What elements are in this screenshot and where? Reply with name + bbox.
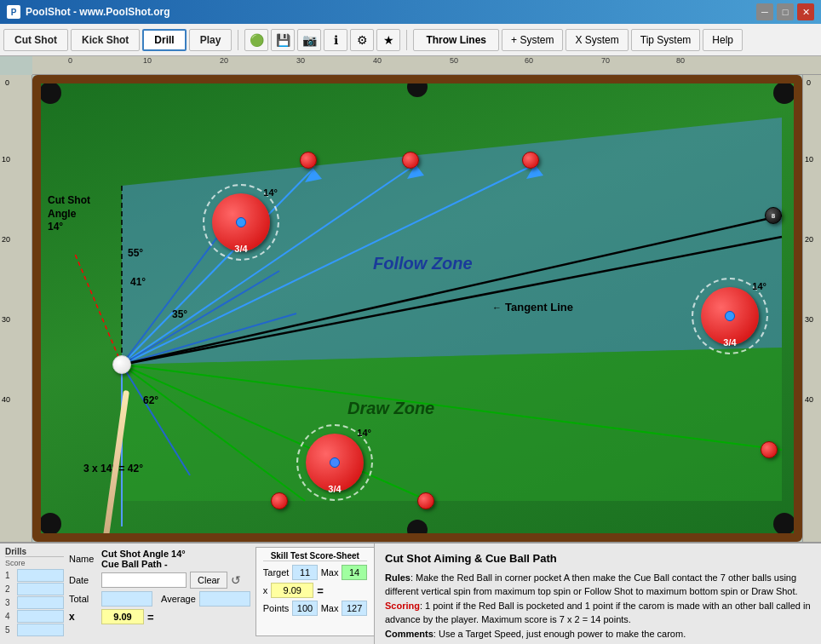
skill-x-label: x <box>263 585 268 595</box>
scoring-text: : 1 point if the Red Ball is pocketed an… <box>385 601 811 625</box>
skill-points-row: Points 100 Max 127 <box>263 601 367 616</box>
ruler-mark-60: 60 <box>525 56 533 65</box>
skill-points-value: 100 <box>292 601 317 616</box>
close-button[interactable]: ✕ <box>797 3 814 20</box>
score-row-2: 2 <box>5 583 64 595</box>
score-row-4: 4 <box>5 610 64 623</box>
name-value-container: Cut Shot Angle 14° Cue Ball Path - <box>101 549 186 569</box>
tip-system-button[interactable]: Tip System <box>631 29 701 51</box>
window-controls[interactable]: ─ □ ✕ <box>756 3 814 20</box>
ruler-right: 0 10 20 30 40 <box>802 75 821 542</box>
total-input[interactable] <box>101 591 152 607</box>
score-row-1: 1 <box>5 569 64 582</box>
ruler-mark-40: 40 <box>373 56 382 65</box>
date-input[interactable] <box>101 572 187 588</box>
ruler-top: 0 10 20 30 40 50 60 70 80 <box>32 56 821 75</box>
maximize-button[interactable]: □ <box>777 3 794 20</box>
cue-ball <box>112 355 131 374</box>
ruler-left-10: 10 <box>2 155 10 164</box>
drill-button[interactable]: Drill <box>142 29 186 51</box>
date-row: Date Clear ↺ <box>69 572 250 589</box>
ruler-left-30: 30 <box>2 315 10 324</box>
minimize-button[interactable]: ─ <box>756 3 773 20</box>
skill-test-title: Skill Test Score-Sheet <box>263 551 367 561</box>
floppy-icon[interactable]: 💾 <box>271 29 295 51</box>
pocket-tl <box>39 82 61 104</box>
skill-points-max-label: Max <box>321 603 339 613</box>
average-input[interactable] <box>199 591 250 607</box>
score-num-5: 5 <box>5 625 15 635</box>
pocket-bl <box>39 513 61 535</box>
camera-icon[interactable]: 📷 <box>297 29 321 51</box>
eight-ball: 8 <box>765 207 782 224</box>
pocket-tr <box>773 82 795 104</box>
rules-label: Rules <box>385 572 410 583</box>
x-value[interactable]: 9.09 <box>101 609 144 624</box>
refresh-icon: ↺ <box>231 573 241 587</box>
table-felt <box>41 83 794 533</box>
skill-test-section: Skill Test Score-Sheet Target 11 Max 14 … <box>255 547 375 636</box>
plus-system-button[interactable]: + System <box>502 29 563 51</box>
star-icon[interactable]: ★ <box>376 29 400 51</box>
cut-shot-button[interactable]: Cut Shot <box>3 29 68 51</box>
left-bottom-section: Drills Score 1 2 3 4 <box>0 543 375 644</box>
ruler-right-40: 40 <box>805 395 813 404</box>
score-num-3: 3 <box>5 598 15 607</box>
x-label: x <box>69 611 98 623</box>
info-section: Name Cut Shot Angle 14° Cue Ball Path - … <box>69 547 250 636</box>
date-label: Date <box>69 575 98 585</box>
score-cell-2[interactable] <box>17 583 64 595</box>
table-area: 0 10 20 30 40 50 60 70 80 0 10 20 30 40 … <box>0 56 821 542</box>
score-row-5: 5 <box>5 624 64 636</box>
score-cell-3[interactable] <box>17 596 64 609</box>
ruler-mark-80: 80 <box>676 56 685 65</box>
skill-target-value[interactable]: 11 <box>292 565 317 580</box>
red-ball-5 <box>417 492 434 509</box>
clear-button[interactable]: Clear <box>190 572 227 589</box>
info-icon[interactable]: ℹ <box>324 29 347 51</box>
red-ball-6 <box>761 441 778 458</box>
name-value: Cut Shot Angle 14° <box>101 549 186 559</box>
right-text-panel: Cut Shot Aiming & Cue Ball Path Rules: M… <box>375 543 821 644</box>
red-ball-3 <box>522 152 539 169</box>
kick-shot-button[interactable]: Kick Shot <box>71 29 140 51</box>
pool-table[interactable]: Follow Zone Draw Zone ← Tangent Line Cut… <box>32 75 802 542</box>
x-row: x 9.09 = <box>69 609 250 624</box>
ruler-right-20: 20 <box>805 235 813 244</box>
help-button[interactable]: Help <box>703 29 743 51</box>
pocket-br <box>773 513 795 535</box>
name-label: Name <box>69 554 98 564</box>
title-bar: P PoolShot - www.PoolShot.org ─ □ ✕ <box>0 0 821 24</box>
total-label: Total <box>69 594 98 604</box>
score-cell-5[interactable] <box>17 624 64 636</box>
comments-label: Comments <box>385 629 433 639</box>
rules-text: : Make the Red Ball in corner pocket A t… <box>385 572 798 597</box>
x-system-button[interactable]: X System <box>566 29 628 51</box>
play-button[interactable]: Play <box>189 29 233 51</box>
name-sub: Cue Ball Path - <box>101 559 186 569</box>
app-title: PoolShot - www.PoolShot.org <box>26 6 170 18</box>
equals-label: = <box>147 611 154 624</box>
ruler-left-0: 0 <box>5 78 9 87</box>
ruler-mark-30: 30 <box>296 56 305 65</box>
skill-target-label: Target <box>263 567 290 578</box>
comments-text: : Use a Target Speed, just enough power … <box>433 629 686 639</box>
gear-icon[interactable]: ⚙ <box>350 29 374 51</box>
red-ball-1 <box>300 152 317 169</box>
pocket-tm <box>407 77 428 97</box>
green-circle-icon[interactable]: 🟢 <box>244 29 268 51</box>
score-cell-1[interactable] <box>17 569 64 582</box>
skill-target-row: Target 11 Max 14 <box>263 565 367 580</box>
ruler-mark-50: 50 <box>450 56 458 65</box>
throw-lines-button[interactable]: Throw Lines <box>413 29 499 51</box>
skill-points-label: Points <box>263 603 290 613</box>
name-row: Name Cut Shot Angle 14° Cue Ball Path - <box>69 549 250 569</box>
score-cell-4[interactable] <box>17 610 64 623</box>
bottom-panel: Drills Score 1 2 3 4 <box>0 542 821 644</box>
skill-points-max-value: 127 <box>342 601 366 616</box>
ruler-left-20: 20 <box>2 235 10 244</box>
separator-2 <box>406 30 407 50</box>
app-icon: P <box>7 5 20 19</box>
ruler-left-40: 40 <box>2 395 10 404</box>
skill-x-row: x 9.09 = <box>263 583 367 598</box>
